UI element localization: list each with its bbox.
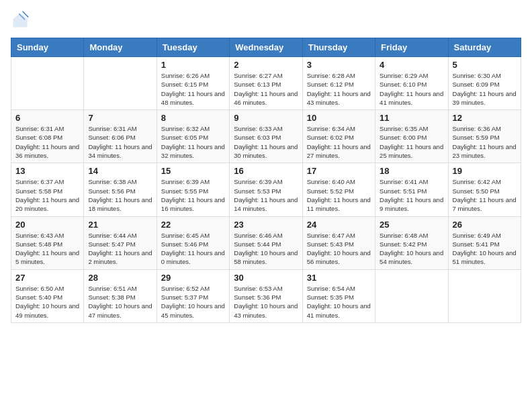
weekday-header-tuesday: Tuesday [157,38,229,57]
day-info: Sunrise: 6:36 AM Sunset: 5:59 PM Dayligh… [453,124,517,160]
day-number: 29 [161,273,225,283]
day-info: Sunrise: 6:27 AM Sunset: 6:13 PM Dayligh… [234,71,298,107]
day-info: Sunrise: 6:45 AM Sunset: 5:46 PM Dayligh… [161,231,225,267]
calendar-cell: 29Sunrise: 6:52 AM Sunset: 5:37 PM Dayli… [157,269,229,322]
day-info: Sunrise: 6:44 AM Sunset: 5:47 PM Dayligh… [88,231,152,267]
calendar-header-row: SundayMondayTuesdayWednesdayThursdayFrid… [11,38,521,57]
day-number: 6 [15,113,79,123]
day-info: Sunrise: 6:39 AM Sunset: 5:55 PM Dayligh… [161,177,225,213]
day-number: 13 [15,166,79,176]
day-number: 16 [234,166,298,176]
day-info: Sunrise: 6:35 AM Sunset: 6:00 PM Dayligh… [380,124,443,160]
day-info: Sunrise: 6:26 AM Sunset: 6:15 PM Dayligh… [161,71,225,107]
calendar-cell: 4Sunrise: 6:29 AM Sunset: 6:10 PM Daylig… [375,57,448,110]
calendar-cell: 8Sunrise: 6:32 AM Sunset: 6:05 PM Daylig… [157,110,229,163]
day-info: Sunrise: 6:31 AM Sunset: 6:08 PM Dayligh… [15,124,79,160]
day-info: Sunrise: 6:41 AM Sunset: 5:51 PM Dayligh… [380,177,443,213]
calendar-cell: 1Sunrise: 6:26 AM Sunset: 6:15 PM Daylig… [157,57,229,110]
logo-icon [11,11,30,30]
day-info: Sunrise: 6:34 AM Sunset: 6:02 PM Dayligh… [307,124,371,160]
day-info: Sunrise: 6:37 AM Sunset: 5:58 PM Dayligh… [15,177,79,213]
day-info: Sunrise: 6:40 AM Sunset: 5:52 PM Dayligh… [307,177,371,213]
weekday-header-wednesday: Wednesday [230,38,302,57]
day-number: 22 [161,220,225,230]
day-number: 2 [234,60,298,70]
weekday-header-monday: Monday [84,38,157,57]
weekday-header-saturday: Saturday [448,38,521,57]
calendar-cell: 12Sunrise: 6:36 AM Sunset: 5:59 PM Dayli… [448,110,521,163]
day-number: 1 [161,60,225,70]
day-info: Sunrise: 6:51 AM Sunset: 5:38 PM Dayligh… [88,284,152,320]
day-info: Sunrise: 6:48 AM Sunset: 5:42 PM Dayligh… [380,231,443,267]
calendar-cell: 31Sunrise: 6:54 AM Sunset: 5:35 PM Dayli… [302,269,375,322]
day-number: 5 [453,60,517,70]
calendar-cell: 27Sunrise: 6:50 AM Sunset: 5:40 PM Dayli… [11,269,84,322]
day-number: 11 [380,113,443,123]
day-number: 30 [234,273,298,283]
calendar-cell: 28Sunrise: 6:51 AM Sunset: 5:38 PM Dayli… [84,269,157,322]
day-number: 31 [307,273,371,283]
day-info: Sunrise: 6:39 AM Sunset: 5:53 PM Dayligh… [234,177,298,213]
day-number: 4 [380,60,443,70]
calendar-week-row: 20Sunrise: 6:43 AM Sunset: 5:48 PM Dayli… [11,216,521,269]
day-info: Sunrise: 6:43 AM Sunset: 5:48 PM Dayligh… [15,231,79,267]
day-number: 18 [380,166,443,176]
calendar-cell: 23Sunrise: 6:46 AM Sunset: 5:44 PM Dayli… [230,216,302,269]
day-info: Sunrise: 6:31 AM Sunset: 6:06 PM Dayligh… [88,124,152,160]
day-number: 9 [234,113,298,123]
day-info: Sunrise: 6:29 AM Sunset: 6:10 PM Dayligh… [380,71,443,107]
day-info: Sunrise: 6:54 AM Sunset: 5:35 PM Dayligh… [307,284,371,320]
calendar-cell: 24Sunrise: 6:47 AM Sunset: 5:43 PM Dayli… [302,216,375,269]
weekday-header-friday: Friday [375,38,448,57]
day-info: Sunrise: 6:30 AM Sunset: 6:09 PM Dayligh… [453,71,517,107]
day-number: 21 [88,220,152,230]
calendar-cell [84,57,157,110]
day-info: Sunrise: 6:47 AM Sunset: 5:43 PM Dayligh… [307,231,371,267]
day-number: 20 [15,220,79,230]
calendar-cell: 16Sunrise: 6:39 AM Sunset: 5:53 PM Dayli… [230,163,302,216]
calendar-cell: 14Sunrise: 6:38 AM Sunset: 5:56 PM Dayli… [84,163,157,216]
day-info: Sunrise: 6:33 AM Sunset: 6:03 PM Dayligh… [234,124,298,160]
calendar-cell: 20Sunrise: 6:43 AM Sunset: 5:48 PM Dayli… [11,216,84,269]
day-info: Sunrise: 6:32 AM Sunset: 6:05 PM Dayligh… [161,124,225,160]
calendar-week-row: 27Sunrise: 6:50 AM Sunset: 5:40 PM Dayli… [11,269,521,322]
day-number: 26 [453,220,517,230]
day-number: 7 [88,113,152,123]
calendar-cell: 15Sunrise: 6:39 AM Sunset: 5:55 PM Dayli… [157,163,229,216]
calendar-cell: 3Sunrise: 6:28 AM Sunset: 6:12 PM Daylig… [302,57,375,110]
logo [11,11,32,30]
calendar-cell [375,269,448,322]
day-number: 15 [161,166,225,176]
calendar-cell: 11Sunrise: 6:35 AM Sunset: 6:00 PM Dayli… [375,110,448,163]
day-number: 23 [234,220,298,230]
calendar-cell: 26Sunrise: 6:49 AM Sunset: 5:41 PM Dayli… [448,216,521,269]
calendar-table: SundayMondayTuesdayWednesdayThursdayFrid… [11,38,521,323]
calendar-cell: 5Sunrise: 6:30 AM Sunset: 6:09 PM Daylig… [448,57,521,110]
day-number: 17 [307,166,371,176]
day-number: 28 [88,273,152,283]
day-number: 14 [88,166,152,176]
calendar-cell: 2Sunrise: 6:27 AM Sunset: 6:13 PM Daylig… [230,57,302,110]
calendar-cell [448,269,521,322]
calendar-cell: 7Sunrise: 6:31 AM Sunset: 6:06 PM Daylig… [84,110,157,163]
weekday-header-thursday: Thursday [302,38,375,57]
day-info: Sunrise: 6:50 AM Sunset: 5:40 PM Dayligh… [15,284,79,320]
calendar-cell: 10Sunrise: 6:34 AM Sunset: 6:02 PM Dayli… [302,110,375,163]
day-info: Sunrise: 6:53 AM Sunset: 5:36 PM Dayligh… [234,284,298,320]
calendar-cell: 19Sunrise: 6:42 AM Sunset: 5:50 PM Dayli… [448,163,521,216]
calendar-cell: 6Sunrise: 6:31 AM Sunset: 6:08 PM Daylig… [11,110,84,163]
calendar-week-row: 1Sunrise: 6:26 AM Sunset: 6:15 PM Daylig… [11,57,521,110]
calendar-cell [11,57,84,110]
page-header [11,11,521,30]
calendar-week-row: 6Sunrise: 6:31 AM Sunset: 6:08 PM Daylig… [11,110,521,163]
calendar-cell: 30Sunrise: 6:53 AM Sunset: 5:36 PM Dayli… [230,269,302,322]
calendar-cell: 17Sunrise: 6:40 AM Sunset: 5:52 PM Dayli… [302,163,375,216]
day-number: 10 [307,113,371,123]
day-number: 24 [307,220,371,230]
day-info: Sunrise: 6:49 AM Sunset: 5:41 PM Dayligh… [453,231,517,267]
calendar-week-row: 13Sunrise: 6:37 AM Sunset: 5:58 PM Dayli… [11,163,521,216]
calendar-cell: 18Sunrise: 6:41 AM Sunset: 5:51 PM Dayli… [375,163,448,216]
day-number: 25 [380,220,443,230]
day-number: 27 [15,273,79,283]
day-number: 19 [453,166,517,176]
